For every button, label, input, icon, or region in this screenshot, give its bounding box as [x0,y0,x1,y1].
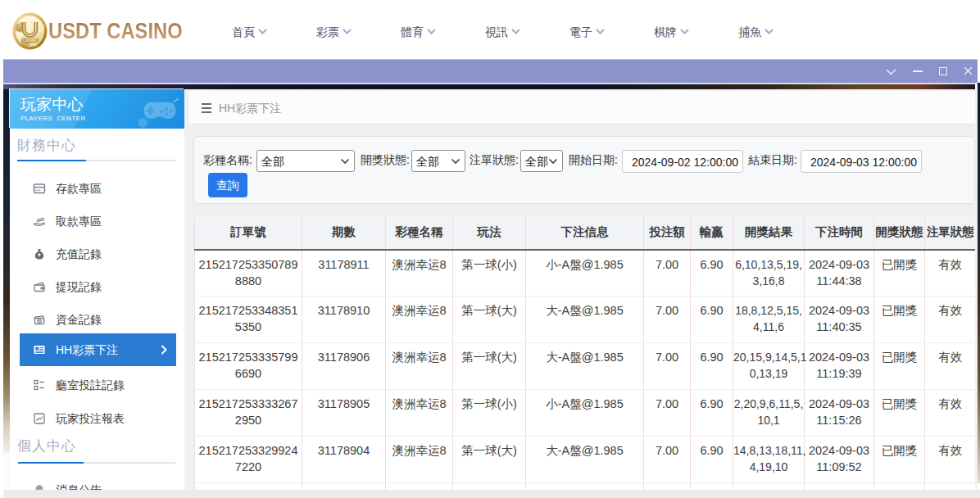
svg-text:CASINO: CASINO [23,38,38,43]
